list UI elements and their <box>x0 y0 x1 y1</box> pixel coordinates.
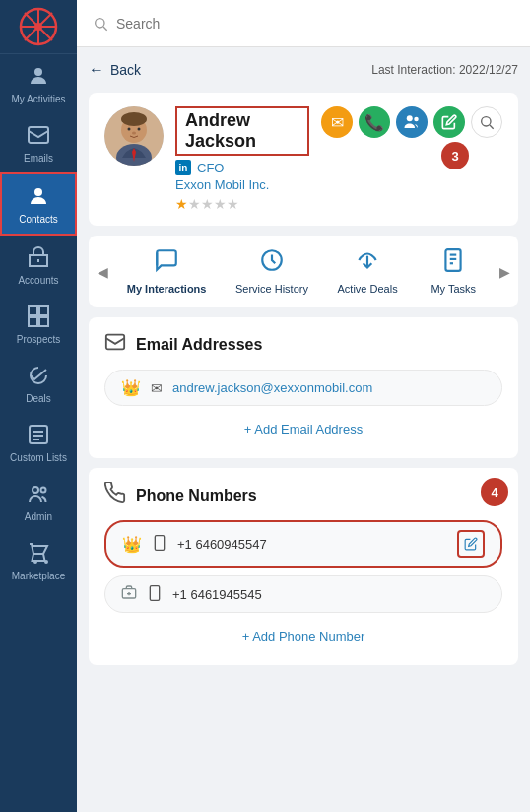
phone-section-title-text: Phone Numbers <box>136 487 257 505</box>
sidebar-item-emails-label: Emails <box>24 153 53 165</box>
email-section-icon <box>104 331 126 358</box>
contacts-icon <box>25 182 52 210</box>
sidebar-item-deals[interactable]: Deals <box>0 354 77 413</box>
svg-point-8 <box>34 188 42 196</box>
email-address-1: andrew.jackson@xexxonmobil.com <box>172 380 372 395</box>
email-item-icon: ✉ <box>151 380 163 396</box>
search-input[interactable] <box>116 16 514 32</box>
svg-rect-14 <box>39 317 48 326</box>
accounts-icon <box>25 243 52 271</box>
svg-point-33 <box>407 115 413 121</box>
admin-icon <box>25 480 52 508</box>
svg-point-34 <box>414 117 419 122</box>
contact-title: in CFO <box>175 160 309 175</box>
team-action-button[interactable] <box>396 106 428 138</box>
sidebar-item-contacts[interactable]: Contacts <box>0 172 77 236</box>
phone-action-button[interactable]: 📞 <box>359 106 390 138</box>
svg-rect-43 <box>106 335 124 350</box>
phone-work-icon <box>147 585 163 604</box>
tab-service-history-label: Service History <box>235 283 308 296</box>
add-phone-link[interactable]: + Add Phone Number <box>104 621 502 651</box>
phone-section-title: Phone Numbers <box>104 482 502 508</box>
svg-rect-7 <box>29 127 48 143</box>
app-logo-icon <box>19 7 58 46</box>
svg-rect-11 <box>29 306 37 315</box>
search-contact-icon <box>479 114 495 130</box>
avatar <box>104 106 164 166</box>
edit-action-button[interactable] <box>433 106 465 138</box>
phone-number-1: +1 6460945547 <box>177 537 447 552</box>
svg-point-35 <box>482 117 491 126</box>
tab-service-history[interactable]: Service History <box>228 243 316 300</box>
tab-my-interactions[interactable]: My Interactions <box>119 243 215 300</box>
sidebar: My Activities Emails Contacts Accounts P… <box>0 0 77 812</box>
tab-active-deals[interactable]: Active Deals <box>330 243 406 300</box>
sidebar-item-contacts-label: Contacts <box>19 214 57 226</box>
team-icon <box>403 113 421 131</box>
contact-card: Andrew Jackson in CFO Exxon Mobil Inc. ★… <box>89 93 518 226</box>
tab-my-interactions-label: My Interactions <box>127 283 207 296</box>
svg-point-20 <box>41 488 46 493</box>
tab-arrow-right[interactable]: ▶ <box>495 264 514 280</box>
svg-point-19 <box>33 487 38 493</box>
contact-company: Exxon Mobil Inc. <box>175 177 309 192</box>
email-action-button[interactable]: ✉ <box>321 106 353 138</box>
contact-name: Andrew Jackson <box>185 110 256 151</box>
email-section-title-text: Email Addresses <box>136 336 262 354</box>
edit-phone-icon <box>464 537 478 551</box>
svg-point-23 <box>96 18 104 27</box>
svg-rect-49 <box>150 585 159 600</box>
sidebar-item-my-activities[interactable]: My Activities <box>0 54 77 113</box>
edit-icon <box>441 114 457 130</box>
contact-stars: ★★★★★ <box>175 196 309 212</box>
svg-point-29 <box>121 112 147 126</box>
sidebar-item-accounts[interactable]: Accounts <box>0 236 77 295</box>
svg-point-32 <box>132 132 136 135</box>
sidebar-item-admin[interactable]: Admin <box>0 472 77 531</box>
my-activities-icon <box>25 62 52 90</box>
phone-crown-icon: 👑 <box>122 535 142 554</box>
svg-point-22 <box>45 561 47 563</box>
contact-title-text: CFO <box>197 161 224 175</box>
logo <box>0 0 77 54</box>
tabs-container: ◀ My Interactions Service History <box>89 236 518 307</box>
phone-mobile-icon <box>152 535 167 554</box>
svg-point-30 <box>128 128 131 131</box>
prospects-icon <box>25 303 52 330</box>
svg-line-36 <box>490 125 494 129</box>
back-button[interactable]: ← Back <box>89 61 141 79</box>
emails-icon <box>25 121 52 149</box>
sidebar-item-prospects-label: Prospects <box>17 334 60 346</box>
last-interaction-date: 2022/12/27 <box>459 63 518 77</box>
sidebar-item-custom-lists[interactable]: Custom Lists <box>0 413 77 472</box>
my-tasks-tab-icon <box>440 247 466 279</box>
tabs-list: My Interactions Service History Active D… <box>112 243 495 300</box>
sidebar-item-custom-lists-label: Custom Lists <box>10 452 67 464</box>
phone-edit-button-1[interactable] <box>457 530 485 558</box>
sidebar-item-deals-label: Deals <box>26 393 51 405</box>
add-email-link[interactable]: + Add Email Address <box>104 414 502 444</box>
marketplace-icon <box>25 539 52 567</box>
tab-arrow-left[interactable]: ◀ <box>93 264 112 280</box>
phone-item-2: +1 6461945545 <box>104 575 502 613</box>
contact-info: Andrew Jackson in CFO Exxon Mobil Inc. ★… <box>175 106 309 212</box>
main-content: ← Back Last Interaction: 2022/12/27 <box>77 0 530 812</box>
phone-item-1: 👑 +1 6460945547 <box>104 520 502 568</box>
star-1: ★ <box>175 196 188 212</box>
back-arrow-icon: ← <box>89 61 104 79</box>
star-3: ★ <box>201 196 214 212</box>
sidebar-item-prospects[interactable]: Prospects <box>0 295 77 354</box>
deals-icon <box>25 362 52 389</box>
sidebar-item-emails[interactable]: Emails <box>0 113 77 172</box>
sidebar-item-marketplace[interactable]: Marketplace <box>0 531 77 590</box>
sidebar-item-my-activities-label: My Activities <box>11 94 65 105</box>
active-deals-tab-icon <box>355 247 380 279</box>
tab-my-tasks[interactable]: My Tasks <box>419 243 488 300</box>
search-action-button[interactable] <box>471 106 502 138</box>
svg-point-31 <box>138 128 141 131</box>
star-4: ★ <box>214 196 227 212</box>
topbar <box>77 0 530 47</box>
contact-badge: 3 <box>441 142 469 169</box>
my-interactions-tab-icon <box>154 247 179 279</box>
svg-point-5 <box>34 23 42 31</box>
